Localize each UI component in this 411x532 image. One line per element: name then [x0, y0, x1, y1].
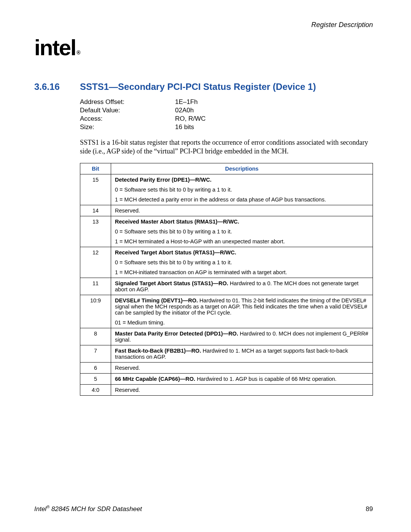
section-number: 3.6.16 — [34, 81, 80, 92]
desc-line: Signaled Target Abort Status (STAS1)—RO.… — [115, 280, 369, 292]
desc-text: Reserved. — [115, 365, 140, 371]
desc-line: 0 = Software sets this bit to 0 by writi… — [115, 259, 369, 265]
bit-cell: 14 — [80, 205, 111, 216]
section-title: SSTS1—Secondary PCI-PCI Status Register … — [80, 81, 316, 92]
table-row: 8Master Data Parity Error Detected (DPD1… — [80, 328, 373, 345]
logo-text: intel — [34, 35, 76, 60]
desc-cell: DEVSEL# Timing (DEVT1)—RO. Hardwired to … — [111, 295, 373, 328]
desc-line: 1 = MCH-initiated transaction on AGP is … — [115, 269, 369, 275]
desc-line: Reserved. — [115, 387, 369, 393]
attr-row: Access: RO, R/WC — [80, 115, 373, 123]
desc-cell: Master Data Parity Error Detected (DPD1)… — [111, 328, 373, 345]
attr-value: 1E–1Fh — [175, 98, 198, 106]
intel-logo: intel® — [34, 37, 79, 59]
desc-text: Reserved. — [115, 208, 140, 214]
description-paragraph: SSTS1 is a 16-bit status register that r… — [80, 138, 373, 155]
table-row: 4:0Reserved. — [80, 385, 373, 396]
desc-text: 1 = MCH-initiated transaction on AGP is … — [115, 269, 287, 275]
bit-cell: 6 — [80, 363, 111, 374]
attr-value: 02A0h — [175, 106, 194, 115]
table-row: 566 MHz Capable (CAP66)—RO. Hardwired to… — [80, 374, 373, 385]
table-row: 15Detected Parity Error (DPE1)—R/WC.0 = … — [80, 174, 373, 205]
desc-text: 1 = MCH detected a parity error in the a… — [115, 197, 326, 203]
footer-prefix: Intel — [34, 505, 46, 513]
page: Register Description intel® 3.6.16 SSTS1… — [0, 0, 411, 532]
table-row: 10:9DEVSEL# Timing (DEVT1)—RO. Hardwired… — [80, 295, 373, 328]
footer-rest: 82845 MCH for SDR Datasheet — [49, 505, 142, 513]
desc-bold: Detected Parity Error (DPE1)—R/WC. — [115, 177, 212, 183]
attr-label: Default Value: — [80, 106, 175, 115]
desc-line: 0 = Software sets this bit to 0 by writi… — [115, 228, 369, 235]
desc-bold: Signaled Target Abort Status (STAS1)—RO. — [115, 280, 228, 286]
bit-cell: 13 — [80, 216, 111, 247]
section-heading: 3.6.16 SSTS1—Secondary PCI-PCI Status Re… — [34, 81, 373, 92]
desc-bold: Fast Back-to-Back (FB2B1)—RO. — [115, 348, 201, 354]
table-row: 6Reserved. — [80, 363, 373, 374]
desc-text: Reserved. — [115, 387, 140, 393]
table-row: 13Received Master Abort Status (RMAS1)—R… — [80, 216, 373, 247]
desc-cell: Received Target Abort Status (RTAS1)—R/W… — [111, 247, 373, 278]
desc-text: 0 = Software sets this bit to 0 by writi… — [115, 228, 232, 235]
attr-value: RO, R/WC — [175, 115, 206, 123]
desc-cell: Signaled Target Abort Status (STAS1)—RO.… — [111, 278, 373, 295]
desc-cell: Fast Back-to-Back (FB2B1)—RO. Hardwired … — [111, 345, 373, 363]
attr-label: Access: — [80, 115, 175, 123]
desc-line: 1 = MCH detected a parity error in the a… — [115, 197, 369, 203]
content-block: Address Offset: 1E–1Fh Default Value: 02… — [80, 98, 373, 396]
desc-line: 01 = Medium timing. — [115, 320, 369, 326]
desc-cell: Reserved. — [111, 363, 373, 374]
attribute-list: Address Offset: 1E–1Fh Default Value: 02… — [80, 98, 373, 131]
bit-cell: 4:0 — [80, 385, 111, 396]
running-header: Register Description — [34, 21, 373, 29]
col-header-bit: Bit — [80, 163, 111, 174]
desc-bold: Master Data Parity Error Detected (DPD1)… — [115, 331, 238, 337]
desc-bold: DEVSEL# Timing (DEVT1)—RO. — [115, 297, 198, 304]
col-header-desc: Descriptions — [111, 163, 373, 174]
desc-cell: Reserved. — [111, 385, 373, 396]
desc-line: Fast Back-to-Back (FB2B1)—RO. Hardwired … — [115, 348, 369, 360]
desc-text: Hardwired to 1. AGP bus is capable of 66… — [195, 376, 336, 382]
desc-line: Reserved. — [115, 208, 369, 214]
desc-line: 0 = Software sets this bit to 0 by writi… — [115, 187, 369, 193]
desc-line: Received Master Abort Status (RMAS1)—R/W… — [115, 219, 369, 225]
attr-value: 16 bits — [175, 123, 194, 131]
desc-line: Detected Parity Error (DPE1)—R/WC. — [115, 177, 369, 183]
attr-row: Address Offset: 1E–1Fh — [80, 98, 373, 106]
attr-row: Default Value: 02A0h — [80, 106, 373, 115]
attr-row: Size: 16 bits — [80, 123, 373, 131]
bit-cell: 15 — [80, 174, 111, 205]
desc-text: 0 = Software sets this bit to 0 by writi… — [115, 259, 232, 265]
table-row: 12Received Target Abort Status (RTAS1)—R… — [80, 247, 373, 278]
table-row: 11Signaled Target Abort Status (STAS1)—R… — [80, 278, 373, 295]
bit-cell: 8 — [80, 328, 111, 345]
desc-text: 0 = Software sets this bit to 0 by writi… — [115, 187, 232, 193]
page-number: 89 — [366, 505, 373, 513]
desc-line: Received Target Abort Status (RTAS1)—R/W… — [115, 249, 369, 256]
desc-cell: Detected Parity Error (DPE1)—R/WC.0 = So… — [111, 174, 373, 205]
desc-line: 66 MHz Capable (CAP66)—RO. Hardwired to … — [115, 376, 369, 382]
bit-cell: 7 — [80, 345, 111, 363]
bit-description-table: Bit Descriptions 15Detected Parity Error… — [80, 163, 373, 396]
registered-icon: ® — [76, 50, 80, 56]
page-footer: Intel® 82845 MCH for SDR Datasheet 89 — [34, 505, 373, 513]
table-header-row: Bit Descriptions — [80, 163, 373, 174]
bit-cell: 12 — [80, 247, 111, 278]
desc-line: 1 = MCH terminated a Host-to-AGP with an… — [115, 238, 369, 244]
attr-label: Size: — [80, 123, 175, 131]
bit-cell: 5 — [80, 374, 111, 385]
footer-title: Intel® 82845 MCH for SDR Datasheet — [34, 505, 142, 513]
desc-cell: Received Master Abort Status (RMAS1)—R/W… — [111, 216, 373, 247]
desc-text: 1 = MCH terminated a Host-to-AGP with an… — [115, 238, 285, 244]
table-row: 7Fast Back-to-Back (FB2B1)—RO. Hardwired… — [80, 345, 373, 363]
desc-bold: 66 MHz Capable (CAP66)—RO. — [115, 376, 195, 382]
desc-line: Reserved. — [115, 365, 369, 371]
desc-bold: Received Target Abort Status (RTAS1)—R/W… — [115, 249, 236, 256]
attr-label: Address Offset: — [80, 98, 175, 106]
desc-line: DEVSEL# Timing (DEVT1)—RO. Hardwired to … — [115, 297, 369, 316]
desc-text: 01 = Medium timing. — [115, 320, 165, 326]
desc-line: Master Data Parity Error Detected (DPD1)… — [115, 331, 369, 343]
desc-bold: Received Master Abort Status (RMAS1)—R/W… — [115, 219, 239, 225]
desc-cell: 66 MHz Capable (CAP66)—RO. Hardwired to … — [111, 374, 373, 385]
desc-cell: Reserved. — [111, 205, 373, 216]
bit-cell: 11 — [80, 278, 111, 295]
